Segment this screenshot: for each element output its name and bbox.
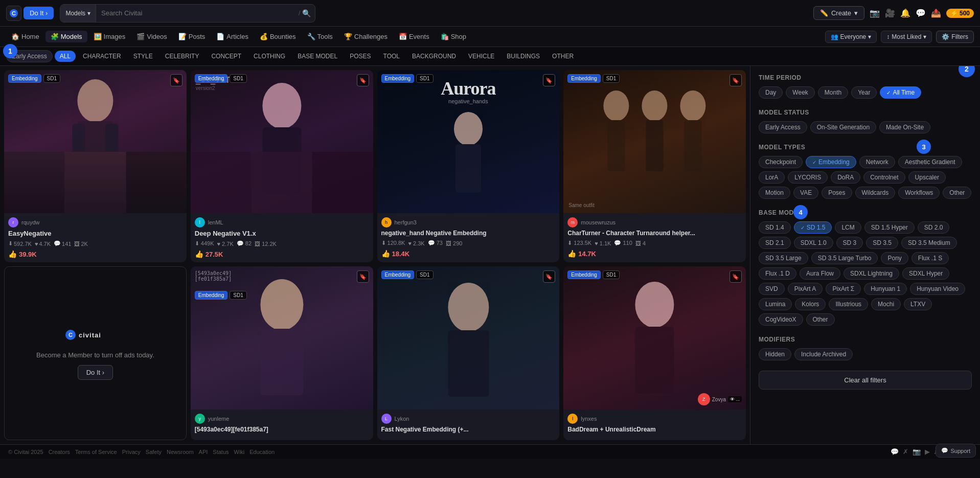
- chip-lora[interactable]: LorA: [759, 171, 785, 184]
- support-button[interactable]: 💬 Support: [936, 444, 976, 458]
- share-icon[interactable]: 📤: [931, 8, 941, 18]
- likes-count[interactable]: 👍 39.9K: [8, 250, 183, 258]
- chip-sd35-medium[interactable]: SD 3.5 Medium: [901, 237, 957, 249]
- tab-all[interactable]: ALL: [55, 51, 76, 62]
- bookmark-button-7[interactable]: 🔖: [543, 270, 555, 283]
- card-fast-negative[interactable]: Embedding SD1 🔖 L Lykon Fast Negative Em…: [377, 266, 560, 440]
- tab-vehicle[interactable]: VEHICLE: [463, 51, 499, 62]
- chip-hunyuan-video[interactable]: Hunyuan Video: [910, 283, 965, 295]
- chip-sd15[interactable]: ✓SD 1.5: [794, 221, 832, 234]
- tab-tool[interactable]: TOOL: [378, 51, 405, 62]
- link-education[interactable]: Education: [249, 449, 275, 455]
- chip-aura-flow[interactable]: Aura Flow: [800, 267, 840, 280]
- sidebar-item-home[interactable]: 🏠 Home: [6, 31, 44, 42]
- youtube-icon[interactable]: ▶: [925, 448, 930, 456]
- tab-poses[interactable]: POSES: [345, 51, 376, 62]
- chip-embedding[interactable]: ✓Embedding: [806, 156, 856, 168]
- chip-other-type[interactable]: Other: [943, 187, 971, 199]
- link-api[interactable]: API: [199, 449, 208, 455]
- chip-ltxv[interactable]: LTXV: [904, 298, 932, 310]
- chip-hidden[interactable]: Hidden: [759, 348, 791, 360]
- sidebar-item-bounties[interactable]: 💰 Bounties: [255, 31, 301, 42]
- chip-other-base[interactable]: Other: [806, 313, 835, 326]
- chip-sd35-large-turbo[interactable]: SD 3.5 Large Turbo: [811, 252, 878, 264]
- chip-cogvideox[interactable]: CogVideoX: [759, 313, 803, 326]
- instagram-icon[interactable]: 📷: [913, 448, 921, 456]
- chip-sd20[interactable]: SD 2.0: [918, 221, 950, 234]
- tab-style[interactable]: STYLE: [128, 51, 158, 62]
- discord-icon[interactable]: 💬: [891, 448, 899, 456]
- chip-aesthetic-gradient[interactable]: Aesthetic Gradient: [898, 156, 962, 168]
- tab-base-model[interactable]: BASE MODEL: [292, 51, 343, 62]
- chip-pony[interactable]: Pony: [881, 252, 908, 264]
- bookmark-button-4[interactable]: 🔖: [730, 74, 742, 86]
- chip-illustrious[interactable]: Illustrious: [829, 298, 868, 310]
- likes-count-2[interactable]: 👍 27.5K: [195, 250, 369, 258]
- tab-background[interactable]: BACKGROUND: [407, 51, 461, 62]
- link-privacy[interactable]: Privacy: [122, 449, 141, 455]
- link-newsroom[interactable]: Newsroom: [167, 449, 194, 455]
- clear-filters-button[interactable]: Clear all filters: [759, 371, 972, 390]
- chip-include-archived[interactable]: Include Archived: [794, 348, 853, 360]
- link-terms[interactable]: Terms of Service: [75, 449, 117, 455]
- sidebar-item-challenges[interactable]: 🏆 Challenges: [339, 31, 393, 42]
- chip-mochi[interactable]: Mochi: [871, 298, 901, 310]
- bookmark-button-8[interactable]: 🔖: [730, 270, 742, 283]
- chip-year[interactable]: Year: [851, 86, 877, 99]
- sidebar-item-posts[interactable]: 📝 Posts: [173, 31, 211, 42]
- chip-controlnet[interactable]: Controlnet: [863, 171, 905, 184]
- card-baddream[interactable]: Embedding SD1 🔖 Z Zovya 👁 ... l lynxes: [563, 266, 746, 440]
- chip-sdxl-lightning[interactable]: SDXL Lightning: [844, 267, 899, 280]
- chip-lumina[interactable]: Lumina: [759, 298, 792, 310]
- chip-workflows[interactable]: Workflows: [898, 187, 940, 199]
- create-button[interactable]: ✏️ Create ▾: [813, 6, 864, 20]
- chip-kolors[interactable]: Kolors: [795, 298, 826, 310]
- chip-sd3[interactable]: SD 3: [836, 237, 863, 249]
- likes-count-4[interactable]: 👍 14.7K: [567, 249, 742, 258]
- camera-icon[interactable]: 📷: [870, 8, 880, 18]
- bookmark-button-6[interactable]: 🔖: [357, 270, 369, 283]
- bookmark-button-3[interactable]: 🔖: [543, 74, 555, 86]
- card-yunleme[interactable]: [5493a0ec49][fe01f385a7] Embedding SD1 🔖…: [191, 266, 373, 440]
- chip-sd35[interactable]: SD 3.5: [866, 237, 898, 249]
- card-easy-negative[interactable]: Embedding SD1 🔖 r rquydw EasyNeg: [4, 70, 187, 262]
- chip-pixart-a[interactable]: PixArt A: [788, 283, 823, 295]
- chip-lycoris[interactable]: LYCORIS: [788, 171, 828, 184]
- chip-sdxl10[interactable]: SDXL 1.0: [794, 237, 833, 249]
- ad-do-it-button[interactable]: Do It ›: [78, 365, 113, 380]
- tab-concept[interactable]: CONCEPT: [206, 51, 246, 62]
- video-icon[interactable]: 🎥: [885, 8, 895, 18]
- chip-upscaler[interactable]: Upscaler: [908, 171, 946, 184]
- tab-character[interactable]: CHARACTER: [78, 51, 126, 62]
- twitter-icon[interactable]: ✗: [903, 448, 908, 456]
- chip-sdxl-hyper[interactable]: SDXL Hyper: [902, 267, 949, 280]
- link-wiki[interactable]: Wiki: [234, 449, 245, 455]
- sidebar-item-articles[interactable]: 📄 Articles: [211, 31, 254, 42]
- tab-buildings[interactable]: BUILDINGS: [502, 51, 545, 62]
- sidebar-item-images[interactable]: 🖼️ Images: [88, 31, 131, 42]
- chip-all-time[interactable]: ✓All Time: [880, 86, 921, 99]
- link-status[interactable]: Status: [213, 449, 229, 455]
- chip-early-access[interactable]: Early Access: [759, 121, 807, 133]
- chip-hunyuan1[interactable]: Hunyuan 1: [864, 283, 907, 295]
- chip-network[interactable]: Network: [859, 156, 895, 168]
- sidebar-item-tools[interactable]: 🔧 Tools: [302, 31, 338, 42]
- sort-selector-button[interactable]: ↕️ Most Liked ▾: [881, 31, 932, 43]
- sidebar-item-shop[interactable]: 🛍️ Shop: [436, 31, 471, 42]
- filters-button[interactable]: ⚙️ Filters: [936, 31, 974, 43]
- card-deep-negative[interactable]: _V1_75T version2 Embedding SD1 🔖 l: [191, 70, 373, 262]
- bolt-badge[interactable]: ⚡ 500: [946, 9, 974, 18]
- likes-count-3[interactable]: 👍 18.4K: [381, 249, 556, 258]
- chip-motion[interactable]: Motion: [759, 187, 790, 199]
- chip-day[interactable]: Day: [759, 86, 783, 99]
- tab-clothing[interactable]: CLOTHING: [248, 51, 290, 62]
- sidebar-item-events[interactable]: 📅 Events: [394, 31, 435, 42]
- chat-icon[interactable]: 💬: [916, 8, 926, 18]
- chip-month[interactable]: Month: [818, 86, 848, 99]
- search-icon[interactable]: 🔍: [302, 9, 311, 17]
- chip-on-site-gen[interactable]: On-Site Generation: [810, 121, 876, 133]
- bookmark-button-2[interactable]: 🔖: [357, 74, 369, 86]
- chip-sd21[interactable]: SD 2.1: [759, 237, 791, 249]
- chip-week[interactable]: Week: [786, 86, 814, 99]
- chip-pixart-sigma[interactable]: PixArt Σ: [826, 283, 861, 295]
